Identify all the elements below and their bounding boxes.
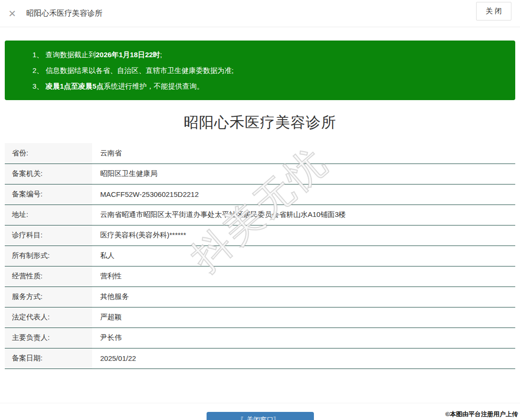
row-label: 省份: bbox=[5, 143, 92, 164]
row-value: 尹长伟 bbox=[92, 328, 515, 348]
close-x-icon[interactable]: × bbox=[9, 7, 16, 20]
notice-1-bold: 2026年1月18日22时 bbox=[96, 51, 160, 59]
notice-line-3: 3、 凌晨1点至凌晨5点系统进行维护，不能提供查询。 bbox=[32, 78, 506, 94]
row-label: 地址: bbox=[5, 205, 92, 225]
row-label: 经营性质: bbox=[5, 266, 92, 287]
row-label: 所有制形式: bbox=[5, 246, 92, 266]
row-label: 备案日期: bbox=[5, 348, 92, 369]
row-value: 其他服务 bbox=[92, 287, 515, 307]
notice-line-1: 1、 查询数据截止到2026年1月18日22时; bbox=[32, 47, 506, 62]
spacer bbox=[0, 369, 520, 403]
row-label: 服务方式: bbox=[5, 287, 92, 307]
notice-line-2: 2、 信息数据结果以各省、自治区、直辖市卫生健康委数据为准; bbox=[32, 62, 506, 78]
row-value: 2025/01/22 bbox=[92, 348, 515, 369]
table-row: 备案编号: MACFF52W-253060215D2212 bbox=[5, 184, 515, 205]
notice-2-text: 信息数据结果以各省、自治区、直辖市卫生健康委数据为准; bbox=[46, 66, 234, 74]
footer: 〖关闭窗口〗 bbox=[0, 403, 520, 420]
notice-1-post: ; bbox=[160, 51, 162, 59]
row-value: 严超颖 bbox=[92, 307, 515, 328]
row-label: 诊疗科目: bbox=[5, 225, 92, 246]
clinic-info-table: 省份: 云南省 备案机关: 昭阳区卫生健康局 备案编号: MACFF52W-25… bbox=[5, 143, 515, 369]
row-label: 法定代表人: bbox=[5, 307, 92, 328]
table-row: 备案日期: 2025/01/22 bbox=[5, 348, 515, 369]
row-value: 昭阳区卫生健康局 bbox=[92, 164, 515, 184]
row-value: MACFF52W-253060215D2212 bbox=[92, 184, 515, 205]
row-value: 私人 bbox=[92, 246, 515, 266]
notice-3-bold: 凌晨1点至凌晨5点 bbox=[46, 82, 104, 90]
close-button[interactable]: 关 闭 bbox=[476, 2, 511, 20]
row-value: 云南省 bbox=[92, 143, 515, 164]
close-window-button[interactable]: 〖关闭窗口〗 bbox=[207, 412, 314, 420]
notice-2-num: 2、 bbox=[32, 66, 46, 74]
table-row: 诊疗科目: 医疗美容科(美容外科)****** bbox=[5, 225, 515, 246]
clinic-title: 昭阳心禾医疗美容诊所 bbox=[0, 113, 520, 133]
window-title: 昭阳心禾医疗美容诊所 bbox=[26, 9, 103, 19]
table-row: 服务方式: 其他服务 bbox=[5, 287, 515, 307]
notice-1-text: 查询数据截止到 bbox=[46, 51, 96, 59]
notice-3-post: 系统进行维护，不能提供查询。 bbox=[104, 82, 204, 90]
row-value: 营利性 bbox=[92, 266, 515, 287]
notice-banner: 1、 查询数据截止到2026年1月18日22时; 2、 信息数据结果以各省、自治… bbox=[5, 41, 515, 100]
copyright-note: ©本图由平台注册用户上传 bbox=[445, 410, 518, 419]
notice-3-num: 3、 bbox=[32, 82, 46, 90]
row-label: 主要负责人: bbox=[5, 328, 92, 348]
page: × 昭阳心禾医疗美容诊所 关 闭 1、 查询数据截止到2026年1月18日22时… bbox=[0, 0, 520, 420]
table-row: 法定代表人: 严超颖 bbox=[5, 307, 515, 328]
table-row: 所有制形式: 私人 bbox=[5, 246, 515, 266]
table-row: 地址: 云南省昭通市昭阳区太平街道办事处太平社区居民委员会省耕山水A10铺面3楼 bbox=[5, 205, 515, 225]
table-row: 经营性质: 营利性 bbox=[5, 266, 515, 287]
table-row: 备案机关: 昭阳区卫生健康局 bbox=[5, 164, 515, 184]
row-value: 云南省昭通市昭阳区太平街道办事处太平社区居民委员会省耕山水A10铺面3楼 bbox=[92, 205, 515, 225]
notice-1-num: 1、 bbox=[32, 51, 46, 59]
table-row: 省份: 云南省 bbox=[5, 143, 515, 164]
table-row: 主要负责人: 尹长伟 bbox=[5, 328, 515, 348]
row-label: 备案编号: bbox=[5, 184, 92, 205]
row-value: 医疗美容科(美容外科)****** bbox=[92, 225, 515, 246]
top-bar: × 昭阳心禾医疗美容诊所 关 闭 bbox=[0, 0, 520, 27]
row-label: 备案机关: bbox=[5, 164, 92, 184]
